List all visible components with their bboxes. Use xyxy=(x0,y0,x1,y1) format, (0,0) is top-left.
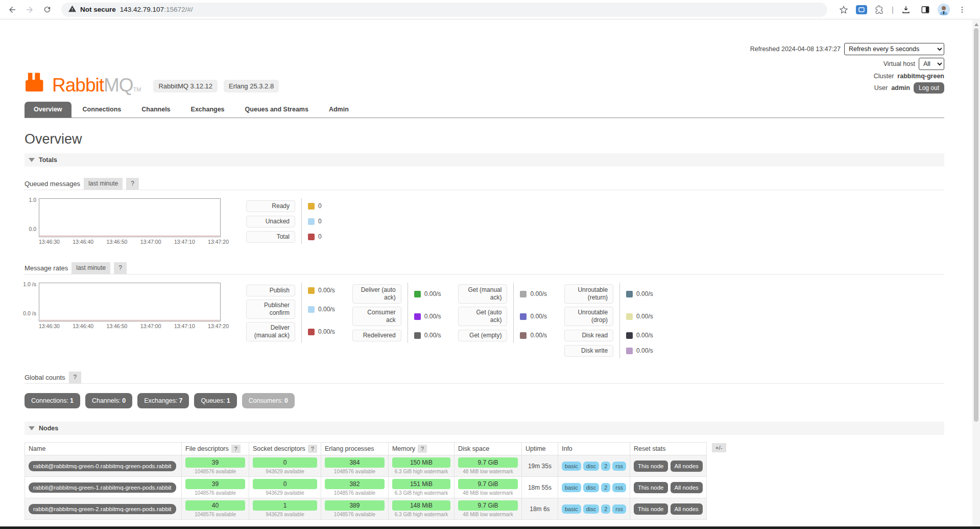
bookmark-star-icon[interactable] xyxy=(836,3,851,17)
back-icon[interactable] xyxy=(5,3,19,17)
info-badge-rss[interactable]: rss xyxy=(612,483,626,492)
col-header-uptime[interactable]: Uptime xyxy=(521,443,558,455)
tab-exchanges[interactable]: Exchanges xyxy=(182,102,234,118)
queued-range-badge[interactable]: last minute xyxy=(84,178,123,190)
sd-help-badge[interactable]: ? xyxy=(308,445,317,453)
col-header-info[interactable]: Info xyxy=(558,443,630,455)
reset-all-nodes-button[interactable]: All nodes xyxy=(671,482,703,493)
reset-all-nodes-button[interactable]: All nodes xyxy=(671,503,703,515)
queues-count-button[interactable]: Queues:1 xyxy=(194,393,236,408)
col-header-memory[interactable]: Memory? xyxy=(388,443,454,455)
legend-label-get-empty[interactable]: Get (empty) xyxy=(458,330,507,341)
forward-icon[interactable] xyxy=(22,3,37,17)
refresh-interval-select[interactable]: Refresh every 5 seconds xyxy=(844,43,944,55)
password-manager-extension-icon[interactable] xyxy=(856,5,867,14)
channels-count-button[interactable]: Channels:0 xyxy=(85,393,132,408)
window-scrollbar[interactable] xyxy=(972,20,980,526)
info-badge-2[interactable]: 2 xyxy=(601,504,610,514)
legend-label-ready[interactable]: Ready xyxy=(246,200,295,212)
tab-overview[interactable]: Overview xyxy=(25,102,71,118)
unroutable-return-swatch xyxy=(626,291,633,297)
columns-toggle-badge[interactable]: +/- xyxy=(712,443,726,452)
info-badge-basic[interactable]: basic xyxy=(562,483,581,492)
col-header-disk-space[interactable]: Disk space xyxy=(454,443,521,455)
info-badge-basic[interactable]: basic xyxy=(562,462,581,471)
legend-label-get-auto[interactable]: Get (auto ack) xyxy=(458,307,507,326)
legend-label-unroutable-return[interactable]: Unroutable (return) xyxy=(564,284,613,304)
chrome-menu-icon[interactable] xyxy=(955,3,969,17)
legend-label-total[interactable]: Total xyxy=(246,231,295,243)
tab-admin[interactable]: Admin xyxy=(320,102,358,118)
node-name[interactable]: rabbit@rabbitmq-green-2.rabbitmq-green-p… xyxy=(29,504,176,514)
rates-range-badge[interactable]: last minute xyxy=(71,262,110,274)
logout-button[interactable]: Log out xyxy=(914,82,944,94)
scrollbar-up-arrow-icon[interactable] xyxy=(974,23,978,26)
col-header-name[interactable]: Name xyxy=(25,443,182,455)
legend-label-publish[interactable]: Publish xyxy=(246,285,295,296)
legend-label-unacked[interactable]: Unacked xyxy=(246,216,295,227)
uptime-value: 19m 35s xyxy=(521,455,558,477)
fd-help-badge[interactable]: ? xyxy=(231,445,241,453)
legend-label-publisher-confirm[interactable]: Publisher confirm xyxy=(246,300,295,319)
unacked-swatch xyxy=(308,218,315,225)
user-label: User xyxy=(874,84,888,91)
col-header-erlang-processes[interactable]: Erlang processes xyxy=(321,443,388,455)
global-counts-help-badge[interactable]: ? xyxy=(69,372,82,383)
reset-this-node-button[interactable]: This node xyxy=(634,461,668,472)
unroutable-drop-swatch xyxy=(626,313,633,320)
exchanges-count-button[interactable]: Exchanges:7 xyxy=(137,393,189,408)
info-badge-disc[interactable]: disc xyxy=(583,504,600,514)
ready-value: 0 xyxy=(318,202,322,210)
info-badge-2[interactable]: 2 xyxy=(601,462,610,471)
memory-help-badge[interactable]: ? xyxy=(418,445,427,453)
total-value: 0 xyxy=(318,233,322,240)
legend-label-get-manual[interactable]: Get (manual ack) xyxy=(458,284,507,304)
legend-label-disk-read[interactable]: Disk read xyxy=(564,330,613,341)
reset-this-node-button[interactable]: This node xyxy=(634,482,668,493)
deliver-manual-swatch xyxy=(308,329,315,335)
legend-label-unroutable-drop[interactable]: Unroutable (drop) xyxy=(564,307,613,326)
legend-label-deliver-manual[interactable]: Deliver (manual ack) xyxy=(246,322,295,341)
virtual-host-select[interactable]: All xyxy=(919,58,944,70)
info-badge-rss[interactable]: rss xyxy=(612,504,626,514)
consumers-count-button[interactable]: Consumers:0 xyxy=(242,393,295,408)
address-bar[interactable]: Not secure 143.42.79.107:15672/#/ xyxy=(61,3,827,17)
deliver-auto-swatch xyxy=(414,291,421,297)
ep-used-bar: 389 xyxy=(325,500,385,511)
disk-read-swatch xyxy=(626,332,633,339)
legend-label-consumer-ack[interactable]: Consumer ack xyxy=(352,307,401,326)
col-header-socket-descriptors[interactable]: Socket descriptors? xyxy=(249,443,321,455)
y-axis-min: 0.0 xyxy=(16,226,36,232)
info-badge-disc[interactable]: disc xyxy=(583,462,600,471)
tab-channels[interactable]: Channels xyxy=(132,102,179,118)
scrollbar-thumb[interactable] xyxy=(974,28,978,422)
side-panel-icon[interactable] xyxy=(918,3,933,17)
tab-queues-streams[interactable]: Queues and Streams xyxy=(236,102,318,118)
queued-help-badge[interactable]: ? xyxy=(126,178,139,190)
col-header-file-descriptors[interactable]: File descriptors? xyxy=(182,443,249,455)
extensions-puzzle-icon[interactable] xyxy=(872,3,887,17)
tab-connections[interactable]: Connections xyxy=(74,102,131,118)
info-badge-basic[interactable]: basic xyxy=(562,504,581,514)
info-badge-disc[interactable]: disc xyxy=(583,483,600,492)
totals-section-header[interactable]: Totals xyxy=(25,153,944,167)
node-name[interactable]: rabbit@rabbitmq-green-0.rabbitmq-green-p… xyxy=(29,461,176,471)
legend-label-disk-write[interactable]: Disk write xyxy=(564,345,613,357)
profile-avatar[interactable] xyxy=(938,4,950,16)
info-badge-rss[interactable]: rss xyxy=(612,462,626,471)
reload-icon[interactable] xyxy=(40,3,54,17)
legend-label-redelivered[interactable]: Redelivered xyxy=(352,330,401,341)
connections-count-button[interactable]: Connections:1 xyxy=(25,393,80,408)
reset-all-nodes-button[interactable]: All nodes xyxy=(671,461,703,472)
rabbitmq-logo[interactable]: RabbitMQTM RabbitMQ 3.12.12 Erlang 25.3.… xyxy=(25,42,279,94)
downloads-icon[interactable] xyxy=(899,3,913,17)
nodes-section-header[interactable]: Nodes xyxy=(25,422,944,435)
info-badge-2[interactable]: 2 xyxy=(601,483,610,492)
rates-help-badge[interactable]: ? xyxy=(114,262,127,274)
rabbitmq-version-badge: RabbitMQ 3.12.12 xyxy=(153,80,218,93)
col-header-reset-stats[interactable]: Reset stats xyxy=(630,443,707,455)
fd-used-bar: 39 xyxy=(185,457,245,468)
legend-label-deliver-auto[interactable]: Deliver (auto ack) xyxy=(352,284,401,304)
reset-this-node-button[interactable]: This node xyxy=(634,503,668,515)
node-name[interactable]: rabbit@rabbitmq-green-1.rabbitmq-green-p… xyxy=(29,482,176,493)
